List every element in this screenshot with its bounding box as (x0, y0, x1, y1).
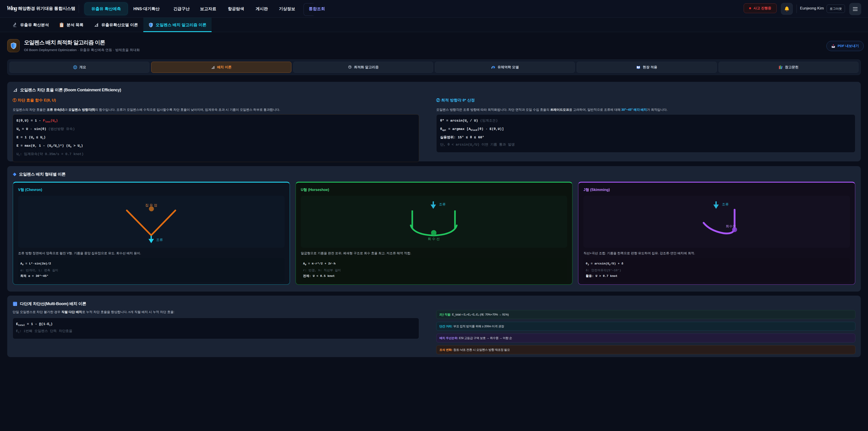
svg-text:조류: 조류 (156, 238, 163, 242)
svg-text:조류: 조류 (439, 202, 445, 206)
svg-text:1: 1 (13, 302, 14, 304)
svg-text:2: 2 (16, 302, 17, 304)
svg-text:4: 4 (16, 304, 17, 306)
svg-text:회 수 선: 회 수 선 (428, 237, 440, 241)
svg-text:조류: 조류 (722, 202, 729, 206)
svg-text:3: 3 (13, 304, 14, 306)
